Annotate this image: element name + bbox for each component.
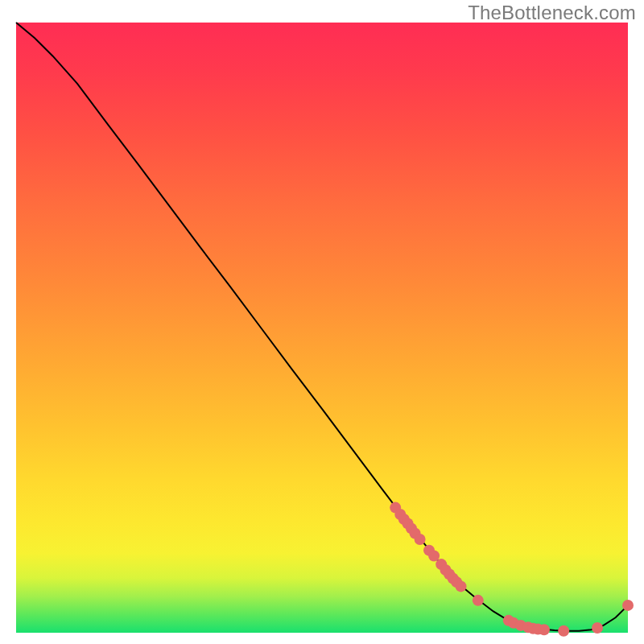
data-point [622,600,634,611]
data-point [592,622,603,634]
watermark-text: TheBottleneck.com [468,2,636,24]
data-point [456,580,467,592]
plot-area [16,23,628,633]
data-point [558,625,569,637]
bottleneck-curve [16,23,628,631]
data-point [539,624,550,635]
chart-container: TheBottleneck.com [0,0,644,644]
data-layer [16,23,628,633]
data-points [390,502,634,637]
data-point [428,550,440,561]
data-point [415,534,426,545]
data-point [473,595,484,606]
